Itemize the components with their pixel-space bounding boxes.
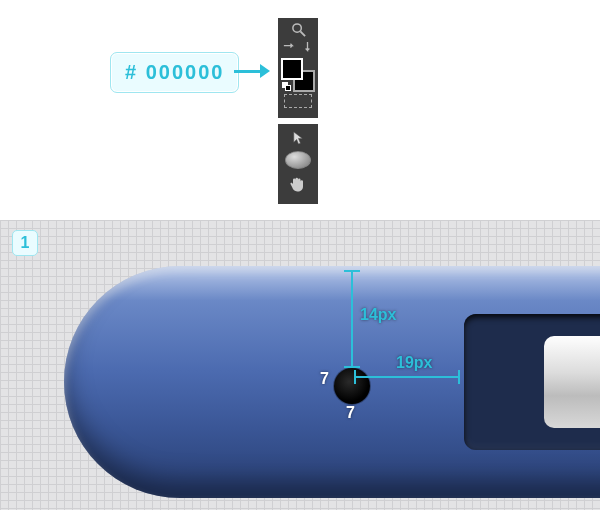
swap-vertical-icon[interactable]: [299, 39, 315, 55]
measure-14px-label: 14px: [360, 306, 396, 324]
black-dot: [334, 368, 370, 404]
metal-cylinder: [544, 336, 600, 428]
dot-width-label: 7: [320, 370, 329, 388]
ellipse-tool-icon[interactable]: [285, 151, 311, 169]
tool-palette-top: [278, 18, 318, 118]
quick-mask-icon[interactable]: [284, 94, 312, 108]
hex-value: 000000: [146, 61, 225, 83]
zoom-tool-icon[interactable]: [290, 21, 306, 37]
guide-tick: [344, 366, 360, 368]
foreground-color-swatch[interactable]: [281, 58, 303, 80]
guide-tick: [354, 370, 356, 384]
canvas-area: 1 14px 19px 7 7: [0, 220, 600, 510]
horizontal-guide: [354, 376, 460, 378]
measure-19px-label: 19px: [396, 354, 432, 372]
vertical-guide: [351, 270, 353, 366]
guide-tick: [458, 370, 460, 384]
swap-horizontal-icon[interactable]: [281, 39, 297, 55]
step-number-badge: 1: [12, 230, 38, 256]
guide-tick: [344, 270, 360, 272]
color-hex-badge: # 000000: [110, 52, 239, 93]
dot-height-label: 7: [346, 404, 355, 422]
svg-point-0: [292, 23, 300, 31]
svg-line-1: [300, 31, 305, 36]
blue-pill-shape: [64, 266, 600, 498]
upper-panel: # 000000: [0, 0, 600, 220]
direct-selection-tool-icon[interactable]: [290, 129, 306, 145]
tool-palette-bottom: [278, 124, 318, 204]
color-swatches[interactable]: [281, 58, 315, 92]
hash-symbol: #: [125, 61, 138, 83]
hand-tool-icon[interactable]: [280, 172, 316, 196]
default-colors-icon[interactable]: [282, 82, 292, 92]
